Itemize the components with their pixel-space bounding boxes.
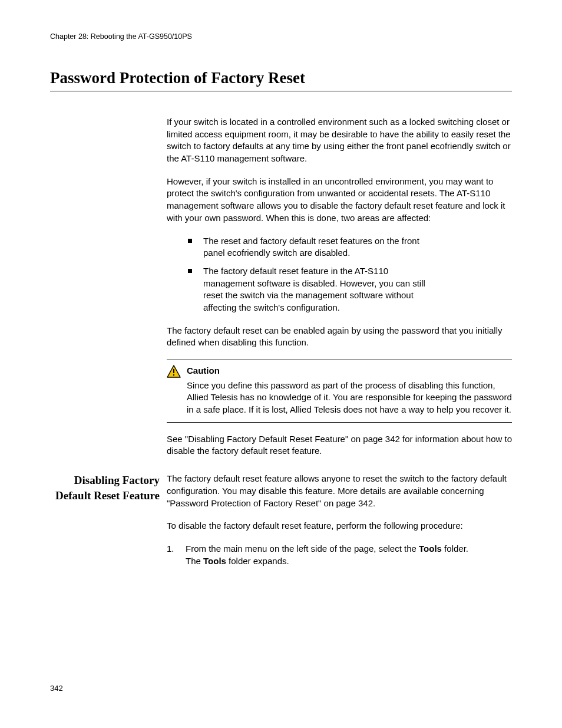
warning-icon <box>167 365 181 381</box>
paragraph: See "Disabling Factory Default Reset Fea… <box>167 433 512 457</box>
step-text: The <box>186 556 203 566</box>
document-page: Chapter 28: Rebooting the AT-GS950/10PS … <box>0 0 562 728</box>
paragraph: The factory default reset feature allows… <box>167 473 512 509</box>
step-text: folder. <box>442 543 468 554</box>
bold-text: Tools <box>203 556 226 566</box>
paragraph: If your switch is located in a controlle… <box>167 116 512 165</box>
section-title: Password Protection of Factory Reset <box>50 69 512 91</box>
paragraph: However, if your switch is installed in … <box>167 176 512 225</box>
svg-rect-1 <box>173 369 174 373</box>
paragraph: To disable the factory default reset fea… <box>167 520 512 532</box>
step-text: From the main menu on the left side of t… <box>186 543 419 554</box>
body-column: If your switch is located in a controlle… <box>167 116 512 457</box>
subsection-body: The factory default reset feature allows… <box>167 473 512 571</box>
bullet-list: The reset and factory default reset feat… <box>188 235 512 314</box>
bold-text: Tools <box>419 543 442 554</box>
step-number: 1. <box>167 543 174 555</box>
step-text: folder expands. <box>226 556 289 566</box>
side-heading: Disabling Factory Default Reset Feature <box>50 473 167 503</box>
list-item: The reset and factory default reset feat… <box>188 235 439 259</box>
page-number: 342 <box>50 684 63 693</box>
subsection: Disabling Factory Default Reset Feature … <box>50 473 512 571</box>
svg-rect-2 <box>173 374 174 375</box>
caution-box: Caution Since you define this password a… <box>167 360 512 423</box>
list-item: The factory default reset feature in the… <box>188 265 439 314</box>
procedure-step: 1. From the main menu on the left side o… <box>167 543 512 567</box>
caution-label: Caution <box>187 365 512 377</box>
caution-text: Since you define this password as part o… <box>187 380 512 416</box>
chapter-header: Chapter 28: Rebooting the AT-GS950/10PS <box>50 32 512 41</box>
paragraph: The factory default reset can be enabled… <box>167 325 512 349</box>
procedure-list: 1. From the main menu on the left side o… <box>167 543 512 567</box>
